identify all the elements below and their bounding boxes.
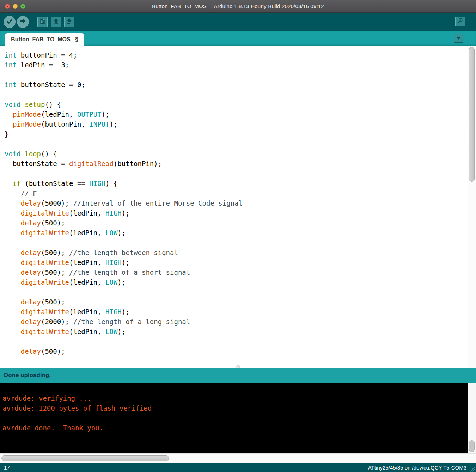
serial-monitor-button[interactable] bbox=[455, 17, 465, 26]
code-line: digitalWrite(ledPin, HIGH); bbox=[5, 307, 468, 317]
code-line: delay(5000); //Interval of the entire Mo… bbox=[5, 198, 468, 208]
magnifier-icon bbox=[457, 17, 464, 26]
code-line: delay(2000); //the length of a long sign… bbox=[5, 317, 468, 327]
document-icon bbox=[39, 18, 46, 26]
code-line: pinMode(buttonPin, INPUT); bbox=[5, 119, 468, 129]
code-line bbox=[5, 337, 468, 346]
code-line: int ledPin = 3; bbox=[5, 60, 468, 70]
code-line bbox=[5, 169, 468, 178]
code-line: if (buttonState == HIGH) { bbox=[5, 178, 468, 188]
arduino-ide-window: Button_FAB_TO_MOS_ | Arduino 1.8.13 Hour… bbox=[0, 0, 476, 472]
status-message: Done uploading. bbox=[4, 372, 51, 379]
console-output: avrdude: verifying ...avrdude: 1200 byte… bbox=[0, 383, 468, 453]
code-line bbox=[5, 238, 468, 248]
check-icon bbox=[6, 17, 13, 26]
window-title: Button_FAB_TO_MOS_ | Arduino 1.8.13 Hour… bbox=[0, 3, 476, 9]
horizontal-scrollbar-track[interactable] bbox=[0, 453, 476, 463]
open-button[interactable] bbox=[51, 17, 61, 27]
arrow-down-icon bbox=[66, 18, 73, 26]
code-line: digitalWrite(ledPin, HIGH); bbox=[5, 208, 468, 218]
splitter-grip[interactable] bbox=[236, 365, 240, 368]
code-line: // F bbox=[5, 188, 468, 198]
console-line bbox=[2, 413, 468, 423]
chevron-down-icon bbox=[456, 35, 461, 42]
code-line bbox=[5, 287, 468, 297]
save-button[interactable] bbox=[64, 17, 74, 27]
console: avrdude: verifying ...avrdude: 1200 byte… bbox=[0, 383, 476, 453]
code-line bbox=[5, 139, 468, 149]
code-area[interactable]: int buttonPin = 4;int ledPin = 3; int bu… bbox=[0, 46, 468, 368]
code-line: delay(500); //the length of a short sign… bbox=[5, 267, 468, 277]
title-bar: Button_FAB_TO_MOS_ | Arduino 1.8.13 Hour… bbox=[0, 0, 476, 13]
code-line: void loop() { bbox=[5, 149, 468, 159]
code-line: delay(500); bbox=[5, 297, 468, 307]
code-line: digitalWrite(ledPin, LOW); bbox=[5, 277, 468, 287]
footer-status-bar: 17 ATtiny25/45/85 on /dev/cu.QCY-T5-COM3 bbox=[0, 463, 476, 472]
new-sketch-button[interactable] bbox=[37, 17, 48, 27]
code-line: int buttonPin = 4; bbox=[5, 50, 468, 60]
code-line: int buttonState = 0; bbox=[5, 80, 468, 90]
resize-grip-icon[interactable] bbox=[468, 464, 475, 472]
tab-label: Button_FAB_TO_MOS_ § bbox=[11, 36, 78, 43]
traffic-lights bbox=[5, 0, 25, 13]
code-line: void setup() { bbox=[5, 99, 468, 109]
zoom-icon bbox=[22, 6, 24, 7]
console-line: avrdude: 1200 bytes of flash verified bbox=[2, 403, 468, 413]
editor-scrollbar-track[interactable] bbox=[468, 46, 476, 368]
editor-scrollbar-thumb[interactable] bbox=[469, 47, 475, 182]
tab-button-fab-to-mos[interactable]: Button_FAB_TO_MOS_ § bbox=[5, 33, 84, 46]
console-scrollbar-track[interactable] bbox=[468, 383, 476, 453]
code-line: } bbox=[5, 129, 468, 139]
code-line: digitalWrite(ledPin, LOW); bbox=[5, 327, 468, 337]
tab-list-dropdown-button[interactable] bbox=[454, 34, 463, 43]
arrow-up-icon bbox=[52, 18, 60, 26]
code-line: pinMode(ledPin, OUTPUT); bbox=[5, 109, 468, 119]
status-bar: Done uploading. bbox=[0, 368, 476, 383]
arrow-right-icon bbox=[19, 17, 27, 26]
code-line: digitalWrite(ledPin, HIGH); bbox=[5, 258, 468, 267]
horizontal-scrollbar-thumb[interactable] bbox=[1, 455, 169, 461]
console-scrollbar-thumb[interactable] bbox=[469, 440, 475, 452]
code-line: delay(500); bbox=[5, 218, 468, 228]
board-port-info: ATtiny25/45/85 on /dev/cu.QCY-T5-COM3 bbox=[368, 465, 466, 471]
code-line: buttonState = digitalRead(buttonPin); bbox=[5, 159, 468, 169]
close-icon bbox=[7, 6, 8, 7]
code-line: delay(500); //the length between signal bbox=[5, 248, 468, 258]
toolbar bbox=[0, 13, 476, 31]
current-line-number: 17 bbox=[4, 465, 10, 471]
verify-button[interactable] bbox=[4, 16, 16, 28]
console-line: avrdude done. Thank you. bbox=[2, 423, 468, 433]
code-line bbox=[5, 70, 468, 80]
console-line: avrdude: verifying ... bbox=[2, 393, 468, 403]
code-line: delay(500); bbox=[5, 346, 468, 356]
zoom-button[interactable] bbox=[20, 4, 25, 9]
code-line: digitalWrite(ledPin, LOW); bbox=[5, 228, 468, 238]
minimize-button[interactable] bbox=[13, 4, 18, 9]
code-line bbox=[5, 90, 468, 99]
tab-strip: Button_FAB_TO_MOS_ § bbox=[0, 31, 476, 46]
upload-button[interactable] bbox=[17, 16, 29, 28]
editor-pane: int buttonPin = 4;int ledPin = 3; int bu… bbox=[0, 46, 476, 368]
close-button[interactable] bbox=[5, 4, 10, 9]
